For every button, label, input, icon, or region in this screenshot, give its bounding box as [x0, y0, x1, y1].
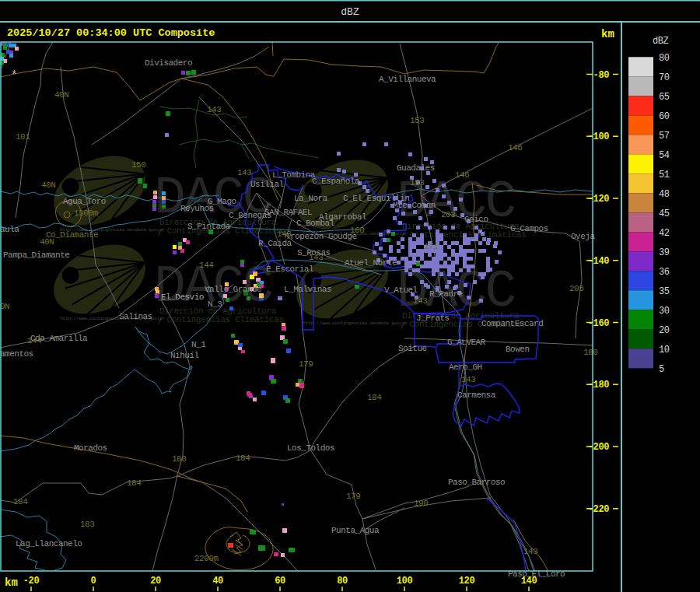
svg-text:Agua_Toro: Agua_Toro [63, 197, 106, 206]
svg-text:100: 100 [397, 576, 413, 587]
svg-text:65: 65 [659, 92, 670, 103]
svg-text:L_Malvinas: L_Malvinas [284, 285, 331, 294]
svg-text:Nihuil: Nihuil [170, 351, 199, 360]
svg-text:143: 143 [523, 547, 537, 556]
svg-text:40N: 40N [54, 90, 68, 100]
svg-text:0N: 0N [0, 302, 9, 311]
svg-text:160: 160 [350, 226, 364, 235]
svg-text:Carmensa: Carmensa [457, 391, 496, 400]
svg-text:20: 20 [150, 576, 161, 587]
svg-text:184: 184 [127, 478, 142, 488]
svg-text:184: 184 [236, 454, 250, 463]
svg-text:179: 179 [299, 359, 313, 369]
svg-text:El_Desvio: El_Desvio [161, 292, 204, 302]
svg-text:5: 5 [659, 364, 664, 375]
svg-text:G_ALVEAR: G_ALVEAR [447, 338, 486, 347]
svg-text:Oveja: Oveja [571, 232, 595, 241]
svg-text:V_Atuel: V_Atuel [384, 285, 418, 295]
svg-text:146: 146 [455, 170, 469, 180]
svg-text:51: 51 [659, 170, 670, 180]
svg-text:SAN_RAFAEL: SAN_RAFAEL [264, 208, 312, 217]
svg-text:35: 35 [659, 286, 670, 297]
svg-text:-160: -160 [588, 318, 609, 329]
svg-text:Valle_Grande: Valle_Grande [205, 285, 261, 294]
svg-text:km: km [601, 28, 614, 40]
svg-text:143: 143 [461, 375, 475, 384]
svg-text:Mte_Coman: Mte_Coman [393, 201, 436, 210]
svg-text:42: 42 [659, 228, 670, 239]
svg-text:40N: 40N [41, 180, 55, 190]
svg-text:184: 184 [13, 497, 28, 506]
svg-text:180: 180 [172, 454, 186, 464]
svg-text:Guadales: Guadales [397, 163, 435, 173]
svg-text:E_Escorial: E_Escorial [266, 264, 313, 274]
svg-text:153: 153 [410, 178, 424, 187]
svg-text:-100: -100 [588, 131, 609, 142]
svg-text:150: 150 [131, 160, 145, 170]
svg-text:180: 180 [583, 348, 597, 357]
svg-text:Pampa_Diamante: Pampa_Diamante [3, 250, 69, 260]
svg-text:36: 36 [659, 267, 670, 278]
svg-text:146: 146 [508, 143, 522, 152]
svg-text:km: km [5, 576, 18, 589]
svg-text:10: 10 [659, 345, 670, 356]
svg-text:143: 143 [309, 253, 323, 262]
svg-text:A_Villanueva: A_Villanueva [379, 75, 436, 84]
svg-text:0: 0 [91, 576, 96, 587]
svg-text:R_Padre: R_Padre [429, 289, 463, 299]
svg-text:40: 40 [212, 576, 223, 587]
svg-text:2025/10/27 00:34:00 UTC Compos: 2025/10/27 00:34:00 UTC Composite [7, 27, 215, 39]
svg-text:-180: -180 [588, 380, 609, 391]
svg-text:1500m: 1500m [74, 208, 98, 218]
svg-text:aula: aula [0, 225, 19, 234]
svg-text:183: 183 [80, 520, 94, 529]
svg-text:80: 80 [659, 53, 670, 64]
svg-text:J_Prats: J_Prats [416, 314, 450, 323]
svg-text:45: 45 [659, 208, 670, 219]
svg-text:30: 30 [659, 306, 670, 317]
svg-text:54: 54 [659, 150, 670, 161]
svg-text:171: 171 [424, 242, 439, 251]
svg-text:Soitue: Soitue [398, 344, 427, 353]
svg-text:G_Mago: G_Mago [208, 197, 236, 206]
svg-text:39: 39 [659, 247, 670, 258]
svg-text:153: 153 [410, 116, 424, 125]
svg-text:*: * [11, 69, 17, 82]
svg-text:S_Pintada: S_Pintada [187, 222, 231, 231]
svg-text:Co_Diamante: Co_Diamante [46, 230, 98, 240]
svg-text:Atuel_Norte: Atuel_Norte [345, 258, 397, 268]
svg-text:60: 60 [275, 576, 285, 587]
svg-text:Goico: Goico [464, 215, 488, 224]
svg-text:Usilial: Usilial [250, 180, 284, 189]
svg-text:20: 20 [659, 325, 670, 336]
svg-text:R_Caida: R_Caida [258, 239, 292, 248]
svg-text:-20: -20 [23, 576, 40, 587]
svg-text:2200m: 2200m [194, 554, 219, 563]
svg-text:Divisadero: Divisadero [145, 58, 192, 68]
svg-text:Aero_GH: Aero_GH [449, 363, 482, 372]
svg-text:-200: -200 [588, 442, 609, 453]
svg-text:Bowen: Bowen [506, 345, 530, 354]
svg-text:143: 143 [237, 168, 251, 177]
svg-text:143: 143 [207, 105, 221, 114]
svg-text:205: 205 [569, 284, 583, 293]
svg-text:G_Campos: G_Campos [510, 224, 548, 233]
svg-text:80: 80 [337, 576, 348, 587]
svg-text:184: 184 [367, 393, 382, 402]
svg-text:179: 179 [346, 492, 360, 501]
svg-text:L_Tombina: L_Tombina [272, 170, 316, 180]
svg-text:dBZ: dBZ [653, 36, 669, 47]
svg-text:57: 57 [659, 131, 670, 142]
svg-text:amentos: amentos [0, 349, 33, 359]
svg-text:143: 143 [277, 229, 291, 239]
svg-text:N_1: N_1 [191, 340, 206, 349]
svg-text:Salinas: Salinas [119, 312, 152, 321]
svg-text:70: 70 [659, 72, 670, 83]
svg-text:CompantEscard: CompantEscard [481, 319, 543, 328]
svg-text:48: 48 [659, 189, 670, 200]
svg-text:dBZ: dBZ [341, 6, 359, 18]
svg-text:La_Nora: La_Nora [294, 194, 328, 203]
svg-text:101: 101 [16, 132, 30, 142]
svg-text:-120: -120 [588, 194, 609, 205]
svg-text:Tropezon Goudge: Tropezon Goudge [285, 232, 357, 241]
